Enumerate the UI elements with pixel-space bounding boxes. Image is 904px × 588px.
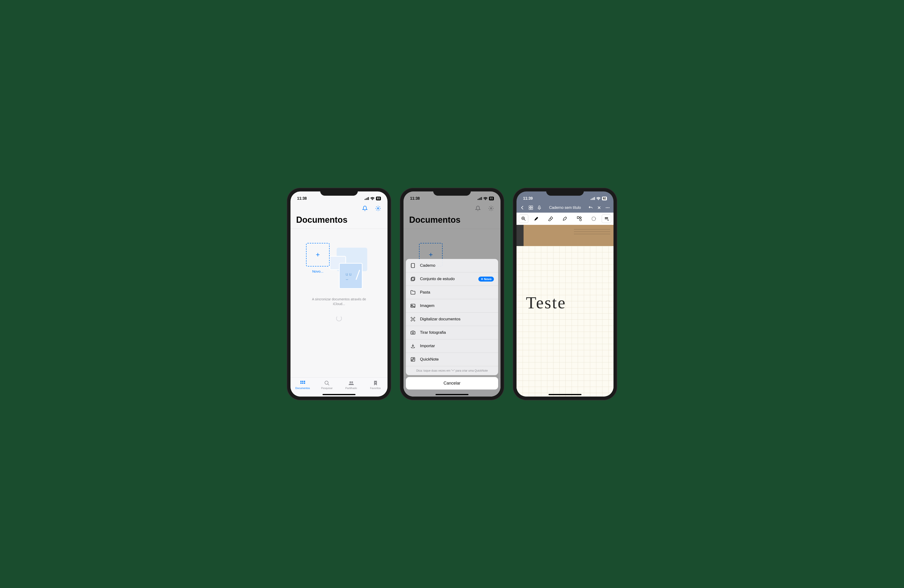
notch bbox=[546, 188, 584, 196]
tab-search[interactable]: Pesquisar bbox=[315, 377, 339, 392]
action-sheet: Caderno Conjunto de estudo ✦ Novo Pasta … bbox=[403, 259, 501, 397]
tab-label: Partilhado bbox=[345, 387, 357, 389]
loading-spinner-icon bbox=[336, 316, 342, 321]
scan-icon bbox=[410, 316, 416, 322]
sheet-item-quicknote[interactable]: QuickNote bbox=[406, 353, 498, 366]
svg-point-4 bbox=[378, 208, 379, 209]
editor-topbar: Caderno sem título bbox=[517, 203, 613, 213]
svg-point-11 bbox=[325, 381, 328, 384]
svg-rect-25 bbox=[412, 277, 415, 280]
phone-1: 11:38 93 Documentos + Novo. bbox=[287, 188, 391, 400]
tab-label: Favoritos bbox=[370, 387, 381, 389]
svg-rect-1 bbox=[366, 198, 367, 200]
cancel-button[interactable]: Cancelar bbox=[406, 377, 498, 389]
shapes-tool[interactable] bbox=[573, 214, 586, 223]
svg-rect-38 bbox=[531, 208, 533, 210]
svg-rect-51 bbox=[605, 218, 608, 218]
search-icon bbox=[324, 380, 330, 386]
people-icon bbox=[348, 380, 354, 386]
mic-button[interactable] bbox=[536, 205, 542, 211]
handwritten-text: Teste bbox=[526, 293, 566, 312]
settings-button[interactable] bbox=[374, 205, 382, 212]
layout-button[interactable] bbox=[528, 205, 534, 211]
home-indicator[interactable] bbox=[548, 394, 582, 395]
more-tools[interactable] bbox=[602, 214, 611, 223]
svg-rect-32 bbox=[592, 198, 593, 200]
sheet-item-import[interactable]: Importar bbox=[406, 339, 498, 353]
sheet-item-study-set[interactable]: Conjunto de estudo ✦ Novo bbox=[406, 272, 498, 286]
folder-icon bbox=[410, 290, 416, 295]
svg-line-12 bbox=[328, 384, 329, 385]
back-button[interactable] bbox=[519, 205, 525, 211]
signal-icon bbox=[365, 197, 369, 200]
lasso-tool[interactable] bbox=[587, 214, 600, 223]
new-badge: ✦ Novo bbox=[478, 277, 494, 282]
highlighter-tool[interactable] bbox=[558, 214, 571, 223]
svg-rect-8 bbox=[300, 382, 302, 384]
tab-documents[interactable]: Documentos bbox=[291, 377, 315, 392]
svg-rect-52 bbox=[605, 219, 608, 219]
svg-rect-24 bbox=[411, 278, 414, 281]
pen-tool[interactable] bbox=[530, 214, 543, 223]
import-icon bbox=[410, 343, 416, 349]
sheet-item-label: Conjunto de estudo bbox=[420, 277, 474, 281]
zoom-tool[interactable] bbox=[519, 214, 528, 223]
svg-point-41 bbox=[607, 207, 608, 208]
notch bbox=[320, 188, 358, 196]
status-time: 11:39 bbox=[523, 196, 533, 201]
documents-body: + Novo... u u⌣ A sincronizar documentos … bbox=[291, 229, 387, 377]
svg-rect-28 bbox=[412, 318, 414, 320]
svg-rect-7 bbox=[304, 381, 305, 382]
close-button[interactable] bbox=[596, 205, 602, 211]
new-button-label: Novo... bbox=[306, 269, 330, 273]
svg-rect-3 bbox=[368, 197, 369, 200]
notebook-title[interactable]: Caderno sem título bbox=[545, 206, 585, 210]
sheet-item-scan[interactable]: Digitalizar documentos bbox=[406, 312, 498, 326]
svg-rect-20 bbox=[411, 263, 414, 268]
tab-favorites[interactable]: Favoritos bbox=[363, 377, 387, 392]
svg-point-14 bbox=[351, 381, 353, 383]
cards-icon bbox=[410, 276, 416, 282]
sheet-item-label: Digitalizar documentos bbox=[420, 317, 494, 322]
canvas[interactable]: Teste bbox=[517, 225, 613, 397]
paper-page[interactable]: Teste bbox=[517, 246, 613, 397]
grid-icon bbox=[300, 380, 306, 386]
sheet-item-camera[interactable]: Tirar fotografia bbox=[406, 326, 498, 339]
empty-illustration: + Novo... u u⌣ bbox=[306, 243, 372, 290]
svg-point-49 bbox=[580, 219, 582, 221]
wifi-icon bbox=[596, 197, 601, 200]
tab-label: Pesquisar bbox=[321, 387, 333, 389]
signal-icon bbox=[591, 197, 595, 200]
eraser-tool[interactable] bbox=[544, 214, 557, 223]
svg-rect-39 bbox=[539, 206, 540, 208]
page-title: Documentos bbox=[291, 214, 387, 229]
svg-point-13 bbox=[349, 381, 351, 383]
svg-point-53 bbox=[608, 220, 608, 221]
sheet-item-label: Caderno bbox=[420, 263, 494, 268]
more-button[interactable] bbox=[605, 205, 611, 211]
new-document-button[interactable]: + bbox=[306, 243, 330, 266]
quicknote-icon bbox=[410, 356, 416, 362]
notebook-icon bbox=[410, 263, 416, 268]
undo-button[interactable] bbox=[588, 205, 594, 211]
svg-rect-0 bbox=[365, 199, 365, 200]
status-time: 11:38 bbox=[297, 196, 307, 201]
sheet-item-image[interactable]: Imagem bbox=[406, 299, 498, 312]
image-icon bbox=[410, 303, 416, 309]
notch bbox=[433, 188, 471, 196]
sheet-item-label: Tirar fotografia bbox=[420, 330, 494, 335]
sheet-item-label: QuickNote bbox=[420, 357, 494, 362]
battery-icon: 92 bbox=[602, 197, 607, 200]
home-indicator[interactable] bbox=[322, 394, 356, 395]
sync-status-text: A sincronizar documentos através de iClo… bbox=[308, 297, 370, 306]
svg-rect-10 bbox=[304, 382, 305, 384]
tab-shared[interactable]: Partilhado bbox=[339, 377, 363, 392]
svg-line-47 bbox=[550, 218, 552, 219]
sheet-item-notebook[interactable]: Caderno bbox=[406, 259, 498, 272]
svg-rect-34 bbox=[594, 197, 595, 200]
svg-point-50 bbox=[592, 217, 596, 221]
sheet-item-label: Importar bbox=[420, 344, 494, 348]
sheet-item-folder[interactable]: Pasta bbox=[406, 286, 498, 299]
bookmark-icon bbox=[373, 380, 379, 386]
notifications-button[interactable] bbox=[361, 205, 369, 212]
